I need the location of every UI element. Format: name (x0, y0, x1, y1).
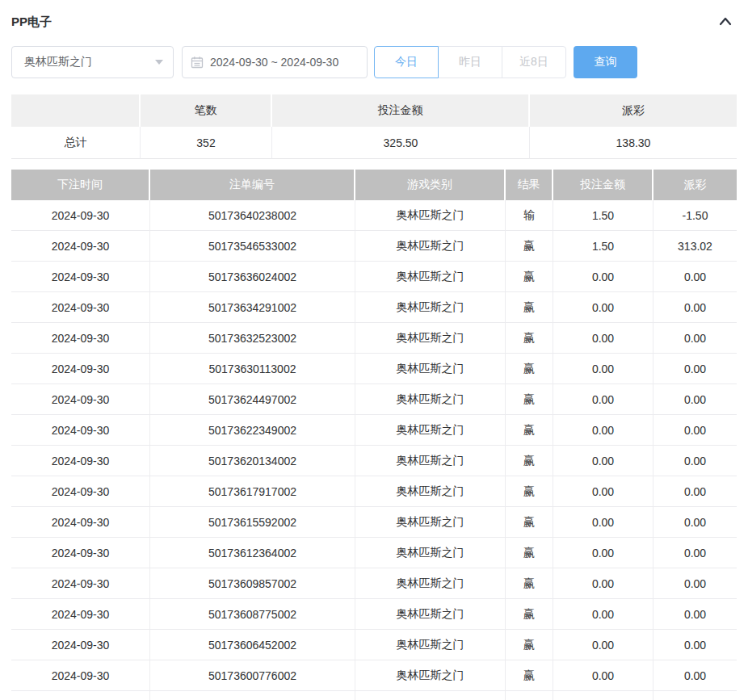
cell-bet-time: 2024-09-30 (11, 568, 150, 599)
cell-game-category: 奥林匹斯之门 (355, 354, 506, 384)
bet-records-table: 下注时间 注单编号 游戏类别 结果 投注金额 派彩 2024-09-30 501… (11, 170, 737, 700)
cell-result: 赢 (506, 568, 553, 599)
cell-game-category: 奥林匹斯之门 (355, 538, 506, 568)
cell-payout: 0.00 (653, 507, 737, 538)
summary-total-payout: 138.30 (530, 127, 737, 159)
table-row: 2024-09-30 50173606452002 奥林匹斯之门 赢 0.00 … (11, 630, 737, 660)
table-row: 2024-09-30 50173600776002 奥林匹斯之门 赢 0.00 … (11, 660, 737, 691)
cell-order-id: 50173624497002 (150, 384, 355, 415)
col-header-bet-time: 下注时间 (11, 170, 150, 200)
cell-bet-amount: 0.00 (553, 446, 653, 476)
cell-payout: 0.00 (653, 415, 737, 446)
table-row: 2024-09-30 50173612364002 奥林匹斯之门 赢 0.00 … (11, 538, 737, 568)
today-button[interactable]: 今日 (374, 46, 439, 78)
cell-order-id: 50173608775002 (150, 599, 355, 630)
cell-order-id: 50173609857002 (150, 568, 355, 599)
cell-order-id: 50173546533002 (150, 231, 355, 262)
summary-total-bet-amount: 325.50 (272, 127, 530, 159)
last-8-days-button[interactable]: 近8日 (502, 46, 566, 78)
cell-bet-amount: 1.50 (553, 200, 653, 231)
table-row: 2024-09-30 50173622349002 奥林匹斯之门 赢 0.00 … (11, 415, 737, 446)
cell-bet-amount: 1.50 (553, 231, 653, 262)
cell-bet-amount: 0.00 (553, 415, 653, 446)
cell-bet-time: 2024-09-30 (11, 599, 150, 630)
cell-payout: 313.02 (653, 231, 737, 262)
cell-order-id: 50173634291002 (150, 292, 355, 323)
cell-game-category: 奥林匹斯之门 (355, 507, 506, 538)
summary-table: 笔数 投注金额 派彩 总计 352 325.50 138.30 (11, 94, 737, 159)
date-range-value: 2024-09-30 ~ 2024-09-30 (210, 56, 338, 69)
cell-result: 输 (506, 200, 553, 231)
cell-bet-amount: 0.00 (553, 660, 653, 691)
table-body: 2024-09-30 50173640238002 奥林匹斯之门 输 1.50 … (11, 200, 737, 691)
cell-payout: 0.00 (653, 384, 737, 415)
cell-order-id: 50173636024002 (150, 262, 355, 292)
table-row: 2024-09-30 50173624497002 奥林匹斯之门 赢 0.00 … (11, 384, 737, 415)
summary-header-payout: 派彩 (530, 94, 737, 127)
table-row: 2024-09-30 50173615592002 奥林匹斯之门 赢 0.00 … (11, 507, 737, 538)
pp-electronic-panel: PP电子 奥林匹斯之门 2024-09-30 ~ 20 (0, 0, 748, 700)
search-button[interactable]: 查询 (574, 46, 637, 78)
cell-bet-amount: 0.00 (553, 538, 653, 568)
table-row: 2024-09-30 50173608775002 奥林匹斯之门 赢 0.00 … (11, 599, 737, 630)
cell-game-category: 奥林匹斯之门 (355, 446, 506, 476)
quick-date-buttons: 今日 昨日 近8日 (374, 46, 566, 78)
cell-order-id: 50173600776002 (150, 660, 355, 691)
cell-game-category: 奥林匹斯之门 (355, 323, 506, 354)
collapse-button[interactable] (716, 12, 735, 31)
cell-bet-time: 2024-09-30 (11, 446, 150, 476)
table-row: 2024-09-30 50173620134002 奥林匹斯之门 赢 0.00 … (11, 446, 737, 476)
cell-bet-amount: 0.00 (553, 292, 653, 323)
filter-toolbar: 奥林匹斯之门 2024-09-30 ~ 2024-09-30 今日 昨日 近8日 (11, 46, 737, 78)
summary-header-count: 笔数 (141, 94, 272, 127)
page-title: PP电子 (11, 15, 52, 30)
table-row-partial (11, 691, 737, 700)
col-header-bet-amount: 投注金额 (553, 170, 653, 200)
cell-payout: 0.00 (653, 568, 737, 599)
table-row: 2024-09-30 50173609857002 奥林匹斯之门 赢 0.00 … (11, 568, 737, 599)
summary-total-count: 352 (141, 127, 272, 159)
cell-order-id: 50173615592002 (150, 507, 355, 538)
cell-bet-time: 2024-09-30 (11, 476, 150, 507)
cell-bet-time: 2024-09-30 (11, 384, 150, 415)
cell-game-category: 奥林匹斯之门 (355, 384, 506, 415)
game-select[interactable]: 奥林匹斯之门 (11, 46, 174, 78)
cell-result: 赢 (506, 323, 553, 354)
cell-game-category: 奥林匹斯之门 (355, 200, 506, 231)
cell-bet-time: 2024-09-30 (11, 538, 150, 568)
cell-bet-amount: 0.00 (553, 568, 653, 599)
cell-result: 赢 (506, 630, 553, 660)
cell-game-category: 奥林匹斯之门 (355, 415, 506, 446)
cell-payout: 0.00 (653, 262, 737, 292)
cell-result: 赢 (506, 354, 553, 384)
cell-order-id: 50173630113002 (150, 354, 355, 384)
cell-payout: 0.00 (653, 630, 737, 660)
col-header-game-category: 游戏类别 (355, 170, 506, 200)
cell-payout: 0.00 (653, 476, 737, 507)
cell-result: 赢 (506, 262, 553, 292)
cell-order-id: 50173606452002 (150, 630, 355, 660)
cell-game-category: 奥林匹斯之门 (355, 599, 506, 630)
calendar-icon (191, 56, 204, 69)
cell-bet-amount: 0.00 (553, 507, 653, 538)
cell-result: 赢 (506, 292, 553, 323)
table-row: 2024-09-30 50173634291002 奥林匹斯之门 赢 0.00 … (11, 292, 737, 323)
cell-bet-time: 2024-09-30 (11, 660, 150, 691)
summary-header-bet-amount: 投注金额 (272, 94, 530, 127)
yesterday-button[interactable]: 昨日 (438, 46, 502, 78)
cell-bet-time: 2024-09-30 (11, 200, 150, 231)
date-range-input[interactable]: 2024-09-30 ~ 2024-09-30 (182, 46, 368, 78)
cell-order-id: 50173617917002 (150, 476, 355, 507)
cell-payout: 0.00 (653, 354, 737, 384)
cell-bet-time: 2024-09-30 (11, 354, 150, 384)
cell-bet-amount: 0.00 (553, 323, 653, 354)
cell-bet-amount: 0.00 (553, 630, 653, 660)
cell-payout: 0.00 (653, 446, 737, 476)
summary-header-row: 笔数 投注金额 派彩 (11, 94, 737, 127)
cell-game-category: 奥林匹斯之门 (355, 568, 506, 599)
records-header-row: 下注时间 注单编号 游戏类别 结果 投注金额 派彩 (11, 170, 737, 200)
cell-game-category: 奥林匹斯之门 (355, 231, 506, 262)
cell-order-id: 50173612364002 (150, 538, 355, 568)
cell-bet-time: 2024-09-30 (11, 231, 150, 262)
cell-result: 赢 (506, 538, 553, 568)
